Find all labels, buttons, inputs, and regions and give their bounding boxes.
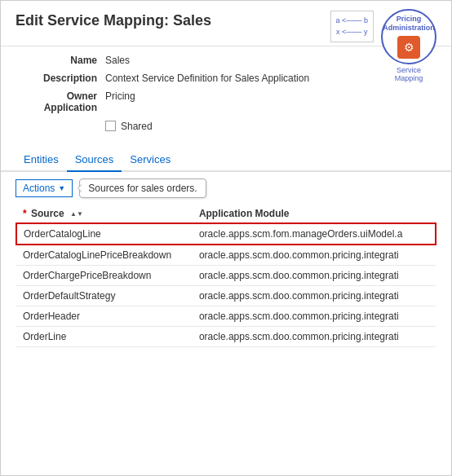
app-module-cell: oracle.apps.scm.doo.common.pricing.integ… <box>193 265 436 285</box>
actions-button[interactable]: Actions ▼ <box>16 179 73 197</box>
col-header-app-module: Application Module <box>193 205 436 223</box>
source-cell: OrderCatalogLine <box>16 223 193 245</box>
sort-icon[interactable]: ▲▼ <box>70 211 83 218</box>
owner-label: Owner Application <box>16 90 105 114</box>
table-row[interactable]: OrderHeader oracle.apps.scm.doo.common.p… <box>16 306 436 326</box>
app-module-cell: oracle.apps.scm.doo.common.pricing.integ… <box>193 285 436 306</box>
table-row[interactable]: OrderLine oracle.apps.scm.doo.common.pri… <box>16 326 436 346</box>
col-app-module-label: Application Module <box>199 208 290 219</box>
source-cell: OrderCatalogLinePriceBreakdown <box>16 245 193 266</box>
owner-row: Owner Application Pricing <box>16 90 436 114</box>
table-row[interactable]: OrderCatalogLine oracle.apps.scm.fom.man… <box>16 223 436 245</box>
badge-container: PricingAdministration ⚙ ServiceMapping <box>381 9 436 82</box>
name-label: Name <box>16 55 105 66</box>
description-label: Description <box>16 73 105 84</box>
service-mapping-label: ServiceMapping <box>395 66 423 82</box>
app-module-cell: oracle.apps.scm.fom.manageOrders.uiModel… <box>193 223 436 245</box>
name-row: Name Sales <box>16 55 436 66</box>
app-module-cell: oracle.apps.scm.doo.common.pricing.integ… <box>193 306 436 326</box>
shared-checkbox[interactable] <box>105 121 116 131</box>
tabs-bar: Entities Sources Services <box>1 148 451 172</box>
mapping-icon-box: a <─── b x <─── y <box>330 11 374 42</box>
actions-label: Actions <box>23 183 55 194</box>
badge-title: PricingAdministration <box>383 15 435 33</box>
dropdown-arrow-icon: ▼ <box>58 184 65 192</box>
source-cell: OrderDefaultStrategy <box>16 285 193 306</box>
mapping-line1: a <─── b <box>336 15 368 26</box>
table-row[interactable]: OrderDefaultStrategy oracle.apps.scm.doo… <box>16 285 436 306</box>
col-header-source: * Source ▲▼ <box>16 205 193 223</box>
owner-value: Pricing <box>105 90 436 102</box>
source-cell: OrderChargePriceBreakdown <box>16 265 193 285</box>
tab-services[interactable]: Services <box>122 148 179 172</box>
table-row[interactable]: OrderChargePriceBreakdown oracle.apps.sc… <box>16 265 436 285</box>
table-container: * Source ▲▼ Application Module OrderCata… <box>1 205 451 347</box>
shared-row: Shared <box>16 121 436 132</box>
badge-icon: ⚙ <box>397 36 420 59</box>
required-icon: * <box>23 208 27 219</box>
app-module-cell: oracle.apps.scm.doo.common.pricing.integ… <box>193 245 436 266</box>
data-table: * Source ▲▼ Application Module OrderCata… <box>16 205 436 347</box>
tab-entities[interactable]: Entities <box>16 148 67 172</box>
tooltip-bubble: Sources for sales orders. <box>79 178 206 198</box>
description-row: Description Context Service Definition f… <box>16 73 436 84</box>
toolbar-row: Actions ▼ Sources for sales orders. <box>1 172 451 205</box>
col-source-label: Source <box>31 208 64 219</box>
badge-circle: PricingAdministration ⚙ <box>381 9 436 64</box>
header-bar: Edit Service Mapping: Sales a <─── b x <… <box>1 1 451 46</box>
source-cell: OrderLine <box>16 326 193 346</box>
table-row[interactable]: OrderCatalogLinePriceBreakdown oracle.ap… <box>16 245 436 266</box>
tab-sources[interactable]: Sources <box>67 148 122 172</box>
shared-label: Shared <box>121 121 436 132</box>
tooltip-text: Sources for sales orders. <box>88 183 197 194</box>
app-module-cell: oracle.apps.scm.doo.common.pricing.integ… <box>193 326 436 346</box>
mapping-line2: x <─── y <box>336 26 368 37</box>
source-cell: OrderHeader <box>16 306 193 326</box>
page-container: Edit Service Mapping: Sales a <─── b x <… <box>0 0 452 476</box>
